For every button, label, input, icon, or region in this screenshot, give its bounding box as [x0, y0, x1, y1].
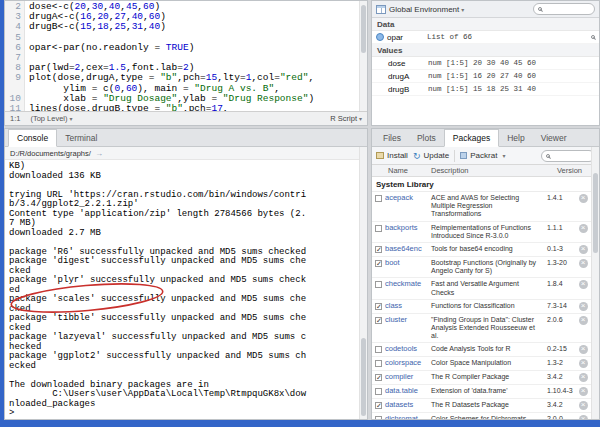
tab-files[interactable]: Files	[375, 129, 409, 146]
package-remove-cell: ×	[577, 359, 589, 368]
package-name-link[interactable]: dichromat	[385, 415, 431, 419]
install-button[interactable]: Install	[376, 151, 408, 160]
console-scrollbar-thumb[interactable]	[361, 338, 366, 416]
package-loaded-checkbox[interactable]	[375, 416, 382, 419]
package-loaded-checkbox[interactable]: ✓	[375, 374, 382, 381]
package-description: "Finding Groups in Data": Cluster Analys…	[431, 316, 547, 341]
remove-package-icon[interactable]: ×	[579, 245, 588, 254]
remove-package-icon[interactable]: ×	[579, 387, 588, 396]
package-name-link[interactable]: datasets	[385, 401, 431, 409]
package-name-link[interactable]: class	[385, 302, 431, 310]
environment-item-name: drugB	[388, 85, 428, 94]
console-working-dir-bar: D:/R/documents/graphs/ →	[5, 147, 367, 160]
package-name-link[interactable]: backports	[385, 224, 431, 232]
packrat-button[interactable]: Packrat▾	[460, 151, 505, 160]
environment-section-label: Data	[372, 18, 599, 31]
tab-packages[interactable]: Packages	[444, 129, 499, 147]
package-checkbox-cell: ✓	[372, 316, 385, 324]
open-folder-icon[interactable]: →	[95, 149, 103, 158]
environment-item-name: dose	[388, 59, 428, 68]
package-loaded-checkbox[interactable]	[375, 346, 382, 353]
packages-scrollbar	[591, 147, 599, 419]
environment-item[interactable]: oparList of 66	[372, 31, 599, 44]
package-loaded-checkbox[interactable]: ✓	[375, 402, 382, 409]
package-version: 1.3-2	[547, 359, 577, 367]
package-loaded-checkbox[interactable]: ✓	[375, 303, 382, 310]
tab-console[interactable]: Console	[8, 129, 57, 147]
package-loaded-checkbox[interactable]: ✓	[375, 260, 382, 267]
environment-search-input[interactable]	[545, 6, 590, 13]
package-loaded-checkbox[interactable]	[375, 225, 382, 232]
package-checkbox-cell	[372, 359, 385, 367]
package-row: ✓datasetsThe R Datasets Package3.4.2×	[372, 399, 591, 413]
package-loaded-checkbox[interactable]	[375, 388, 382, 395]
package-name-link[interactable]: data.table	[385, 387, 431, 395]
toolbar-separator	[454, 150, 455, 162]
package-description: Tools for base64 encoding	[431, 245, 547, 253]
package-version: 0.1-3	[547, 245, 577, 253]
tab-help[interactable]: Help	[499, 129, 532, 146]
package-row: checkmateFast and Versatile Argument Che…	[372, 278, 591, 299]
console-line: downloaded 136 KB	[9, 172, 355, 182]
package-name-link[interactable]: codetools	[385, 345, 431, 353]
package-row: dichromatColor Schemes for Dichromats2.0…	[372, 413, 591, 419]
package-remove-cell: ×	[577, 316, 589, 325]
environment-item-name: opar	[387, 33, 427, 42]
tab-viewer[interactable]: Viewer	[533, 129, 575, 146]
tab-plots[interactable]: Plots	[409, 129, 444, 146]
environment-item-value: num [1:5] 16 20 27 40 60	[428, 72, 536, 80]
environment-item[interactable]: drugBnum [1:5] 15 18 25 31 40	[372, 83, 599, 96]
package-name-link[interactable]: colorspace	[385, 359, 431, 367]
file-type-selector[interactable]: R Script▾	[330, 114, 362, 123]
package-remove-cell: ×	[577, 302, 589, 311]
library-section-label: System Library	[372, 177, 591, 192]
package-remove-cell: ×	[577, 280, 589, 289]
package-name-link[interactable]: cluster	[385, 316, 431, 324]
remove-package-icon[interactable]: ×	[579, 316, 588, 325]
package-version: 2.0-0	[547, 415, 577, 419]
tab-terminal[interactable]: Terminal	[57, 129, 105, 146]
scope-selector[interactable]: (Top Level)▾	[30, 114, 72, 123]
package-loaded-checkbox[interactable]	[375, 195, 382, 202]
remove-package-icon[interactable]: ×	[579, 259, 588, 268]
editor-scrollbar-thumb[interactable]	[361, 5, 366, 53]
package-name-link[interactable]: boot	[385, 259, 431, 267]
list-object-icon[interactable]	[376, 33, 384, 41]
remove-package-icon[interactable]: ×	[579, 415, 588, 419]
package-description: Functions for Classification	[431, 302, 547, 310]
package-name-link[interactable]: checkmate	[385, 280, 431, 288]
inspect-icon[interactable]	[591, 35, 595, 39]
package-loaded-checkbox[interactable]: ✓	[375, 246, 382, 253]
package-loaded-checkbox[interactable]: ✓	[375, 317, 382, 324]
package-row: acepackACE and AVAS for Selecting Multip…	[372, 192, 591, 222]
remove-package-icon[interactable]: ×	[579, 373, 588, 382]
environment-item[interactable]: dosenum [1:5] 20 30 40 45 60	[372, 57, 599, 70]
code-editor[interactable]: 23456789 1011 dose<-c(20,30,40,45,60)dru…	[5, 1, 359, 111]
code-line: lines(dose,drugB,type = "b",pch=17,	[29, 104, 359, 111]
package-name-link[interactable]: acepack	[385, 194, 431, 202]
update-button[interactable]: ↻ Update	[413, 151, 449, 160]
package-description: Reimplementations of Functions Introduce…	[431, 224, 547, 240]
editor-code[interactable]: dose<-c(20,30,40,45,60)drugA<-c(16,20,27…	[25, 1, 359, 111]
package-name-link[interactable]: compiler	[385, 373, 431, 381]
package-name-link[interactable]: base64enc	[385, 245, 431, 253]
package-version: 1.4.1	[547, 194, 577, 202]
remove-package-icon[interactable]: ×	[579, 359, 588, 368]
remove-package-icon[interactable]: ×	[579, 302, 588, 311]
remove-package-icon[interactable]: ×	[579, 224, 588, 233]
update-icon: ↻	[413, 152, 421, 160]
environment-scope-dropdown[interactable]: Global Environment▾	[389, 5, 464, 14]
console-output[interactable]: KB)downloaded 136 KB trying URL 'https:/…	[5, 160, 359, 419]
console-line: Content type 'application/zip' length 27…	[9, 210, 355, 220]
package-loaded-checkbox[interactable]	[375, 281, 382, 288]
packages-scrollbar-thumb[interactable]	[593, 173, 598, 253]
remove-package-icon[interactable]: ×	[579, 280, 588, 289]
console-line: package 'lazyeval' successfully unpacked…	[9, 333, 355, 343]
packages-search-input[interactable]	[553, 152, 590, 159]
remove-package-icon[interactable]: ×	[579, 345, 588, 354]
console-line: package 'digest' successfully unpacked a…	[9, 257, 355, 267]
remove-package-icon[interactable]: ×	[579, 194, 588, 203]
package-loaded-checkbox[interactable]	[375, 360, 382, 367]
remove-package-icon[interactable]: ×	[579, 401, 588, 410]
environment-item[interactable]: drugAnum [1:5] 16 20 27 40 60	[372, 70, 599, 83]
